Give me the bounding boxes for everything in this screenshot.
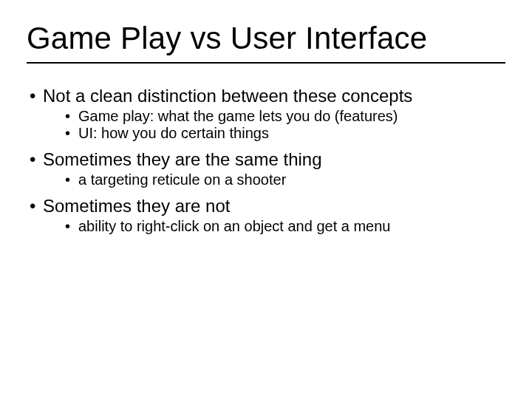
bullet-text: Sometimes they are not [43, 196, 230, 216]
bullet-block: • Not a clean distinction between these … [30, 86, 505, 142]
bullet-icon: • [65, 125, 78, 142]
bullet-icon: • [65, 218, 78, 235]
sub-bullet-group: • Game play: what the game lets you do (… [30, 108, 505, 142]
bullet-icon: • [30, 196, 43, 216]
bullet-block: • Sometimes they are not • ability to ri… [30, 196, 505, 235]
bullet-block: • Sometimes they are the same thing • a … [30, 149, 505, 188]
bullet-level-1: • Not a clean distinction between these … [30, 86, 505, 106]
bullet-level-1: • Sometimes they are not [30, 196, 505, 216]
bullet-text: UI: how you do certain things [78, 125, 269, 142]
bullet-text: a targeting reticule on a shooter [78, 171, 286, 188]
bullet-level-2: • ability to right-click on an object an… [65, 218, 505, 235]
sub-bullet-group: • a targeting reticule on a shooter [30, 171, 505, 188]
bullet-text: Game play: what the game lets you do (fe… [78, 108, 398, 125]
bullet-level-1: • Sometimes they are the same thing [30, 149, 505, 170]
bullet-icon: • [65, 171, 78, 188]
bullet-level-2: • Game play: what the game lets you do (… [65, 108, 505, 125]
slide-title: Game Play vs User Interface [27, 21, 505, 61]
bullet-level-2: • a targeting reticule on a shooter [65, 171, 505, 188]
bullet-text: Sometimes they are the same thing [43, 149, 322, 170]
bullet-text: Not a clean distinction between these co… [43, 86, 412, 106]
slide-body: • Not a clean distinction between these … [27, 64, 505, 235]
slide: Game Play vs User Interface • Not a clea… [0, 0, 532, 399]
bullet-icon: • [30, 149, 43, 170]
sub-bullet-group: • ability to right-click on an object an… [30, 218, 505, 235]
bullet-text: ability to right-click on an object and … [78, 218, 390, 235]
bullet-level-2: • UI: how you do certain things [65, 125, 505, 142]
bullet-icon: • [30, 86, 43, 106]
bullet-icon: • [65, 108, 78, 125]
